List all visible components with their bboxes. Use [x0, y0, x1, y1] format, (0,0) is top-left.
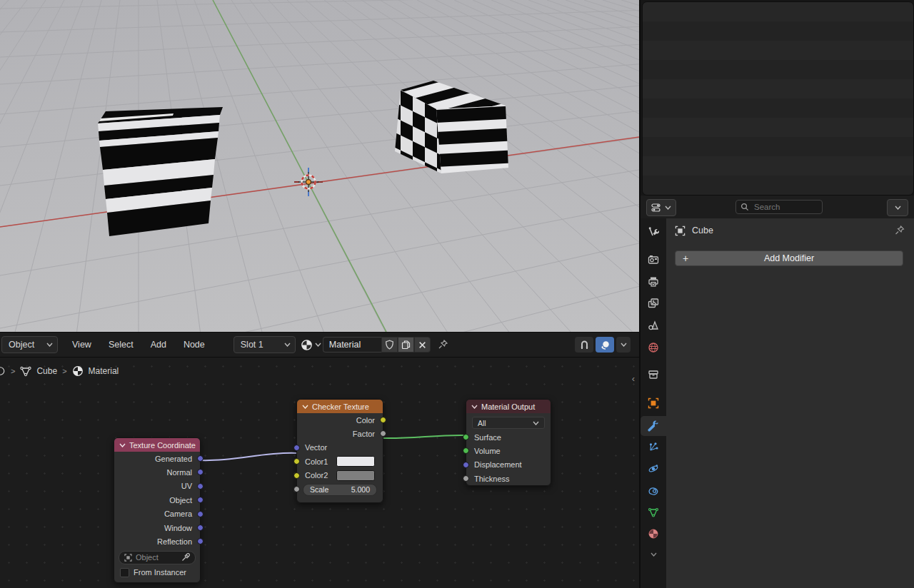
node-checker-texture[interactable]: Checker Texture Color Factor Vector Colo… [296, 399, 383, 503]
tab-constraints[interactable] [641, 481, 666, 501]
render-camera-icon [648, 254, 659, 265]
tab-render[interactable] [641, 250, 666, 270]
tab-object-data[interactable] [641, 502, 666, 522]
from-instancer-row[interactable]: From Instancer [114, 566, 200, 579]
eyedropper-icon[interactable] [181, 553, 190, 562]
tab-output[interactable] [641, 272, 666, 292]
socket-label: Camera [164, 510, 192, 518]
object-icon [675, 225, 686, 236]
properties-header [641, 196, 914, 218]
properties-search-box[interactable] [735, 200, 823, 214]
scale-slider[interactable]: Scale 5.000 [303, 484, 377, 496]
link-generated-to-vector [201, 453, 296, 460]
socket-displacement-in[interactable] [463, 462, 469, 468]
socket-volume-in[interactable] [463, 447, 469, 454]
socket-thickness-in[interactable] [463, 475, 469, 482]
active-object-name[interactable]: Cube [692, 225, 713, 235]
scene-icon [648, 320, 659, 331]
browse-material-button[interactable] [301, 337, 321, 353]
chevron-down-icon [46, 343, 53, 347]
mesh-data-icon [20, 366, 31, 377]
close-icon [418, 341, 426, 349]
collapse-node-icon[interactable] [119, 443, 126, 447]
tool-icon [648, 226, 659, 238]
object-mode-dropdown[interactable]: Object [1, 336, 58, 353]
plus-icon: + [683, 253, 688, 264]
material-slot-dropdown[interactable]: Slot 1 [233, 336, 296, 353]
fake-user-shield-button[interactable] [381, 337, 398, 353]
search-input[interactable] [753, 202, 813, 212]
snapping-mode-button[interactable] [596, 337, 614, 353]
tab-object[interactable] [641, 393, 666, 413]
breadcrumb-object[interactable]: Cube [36, 366, 57, 376]
material-tab-icon [648, 528, 659, 539]
breadcrumb-separator: > [11, 367, 15, 375]
tab-world[interactable] [641, 338, 666, 358]
socket-label: Reflection [157, 537, 192, 546]
socket-window[interactable] [197, 524, 204, 531]
socket-scale-in[interactable] [293, 486, 300, 492]
tab-view-layer[interactable] [641, 293, 666, 313]
socket-surface-in[interactable] [463, 434, 469, 440]
menu-view[interactable]: View [64, 333, 100, 357]
socket-color1-in[interactable] [293, 458, 300, 465]
color1-swatch[interactable] [336, 456, 375, 467]
collapse-node-icon[interactable] [471, 405, 478, 409]
outliner-panel[interactable] [642, 1, 914, 196]
new-material-copy-button[interactable] [398, 337, 414, 353]
tab-particles[interactable] [641, 437, 666, 457]
socket-label: Color1 [305, 457, 328, 466]
view-layer-icon [648, 298, 659, 309]
editor-type-dropdown[interactable] [646, 199, 676, 216]
properties-editor-icon [651, 203, 663, 213]
socket-object[interactable] [197, 497, 204, 503]
socket-color-out[interactable] [380, 417, 386, 423]
socket-vector-in[interactable] [293, 445, 300, 451]
socket-uv[interactable] [197, 483, 204, 490]
node-texture-coordinate[interactable]: Texture Coordinate Generated Normal UV O… [114, 437, 201, 583]
viewport-3d[interactable] [0, 0, 639, 332]
tab-physics[interactable] [641, 459, 666, 479]
chevron-down-icon [284, 343, 291, 347]
object-picker-field[interactable]: Object [119, 551, 196, 564]
snap-magnet-button[interactable] [575, 337, 593, 353]
color2-swatch[interactable] [336, 470, 375, 481]
tab-modifiers[interactable] [641, 416, 666, 436]
sidebar-collapse-arrow[interactable]: ‹ [632, 373, 635, 384]
socket-normal[interactable] [197, 469, 204, 475]
add-modifier-button[interactable]: + Add Modifier [675, 250, 903, 266]
socket-reflection[interactable] [197, 538, 204, 544]
material-name-field[interactable]: Material [323, 337, 381, 353]
output-target-value: All [478, 419, 486, 427]
menu-add[interactable]: Add [142, 333, 175, 357]
menu-select[interactable]: Select [100, 333, 142, 357]
socket-factor-out[interactable] [380, 430, 386, 437]
socket-generated[interactable] [197, 455, 204, 462]
tab-material[interactable] [641, 524, 666, 544]
modifier-properties-content: Cube + Add Modifier [666, 218, 914, 588]
menu-node[interactable]: Node [175, 333, 214, 357]
from-instancer-checkbox[interactable] [120, 568, 129, 577]
socket-label: Thickness [474, 475, 510, 483]
node-material-output[interactable]: Material Output All Surface Volume Displ… [466, 399, 551, 486]
tab-scene[interactable] [641, 315, 666, 335]
tab-collection[interactable] [641, 365, 666, 385]
pin-icon[interactable] [894, 225, 905, 236]
unlink-material-button[interactable] [414, 337, 431, 353]
chevron-down-icon [315, 343, 321, 347]
socket-color2-in[interactable] [293, 472, 300, 479]
tab-rail-more-chevron[interactable] [641, 552, 666, 557]
output-target-dropdown[interactable]: All [472, 417, 545, 429]
breadcrumb: > Cube > Material [0, 364, 119, 378]
snapping-options-dropdown[interactable] [616, 337, 631, 353]
shader-node-editor[interactable]: > Cube > Material ‹ Te [0, 358, 639, 588]
breadcrumb-material[interactable]: Material [89, 366, 119, 376]
properties-options-button[interactable] [887, 199, 908, 216]
object-picker-placeholder: Object [136, 553, 159, 562]
socket-camera[interactable] [197, 511, 204, 517]
shield-icon [385, 340, 394, 350]
tab-tool[interactable] [641, 222, 666, 242]
pin-icon[interactable] [438, 339, 448, 350]
collapse-node-icon[interactable] [302, 405, 308, 409]
cube-striped-left[interactable] [98, 107, 223, 236]
